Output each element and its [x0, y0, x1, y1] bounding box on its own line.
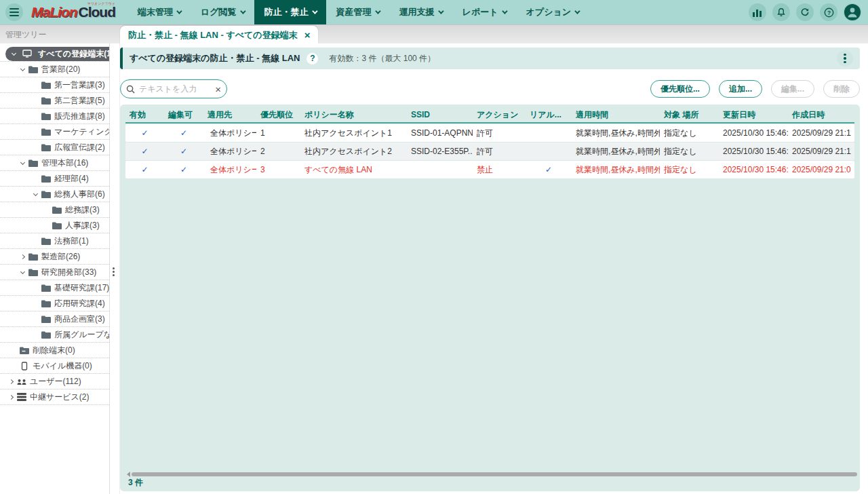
tree-item-general-affairs-hr[interactable]: 総務人事部(6): [0, 187, 109, 202]
tree-item-legal[interactable]: 法務部(1): [0, 233, 109, 249]
tree-item-sales2[interactable]: 第二営業課(5): [0, 93, 109, 109]
tree-item-deleted-devices[interactable]: 削除端末(0): [0, 343, 109, 358]
editable-check-icon: ✓: [164, 147, 203, 156]
col-target[interactable]: 適用先: [203, 109, 256, 121]
add-button[interactable]: 追加...: [719, 80, 762, 98]
folder-icon: [41, 97, 52, 104]
tree-item-hr[interactable]: 人事課(3): [0, 218, 109, 233]
menu-log-view[interactable]: ログ閲覧: [191, 0, 254, 24]
tree-item-product-planning[interactable]: 商品企画室(3): [0, 311, 109, 327]
menu-report[interactable]: レポート: [452, 0, 516, 24]
tree-item-accounting[interactable]: 経理部(4): [0, 171, 109, 187]
scrollbar-thumb[interactable]: [132, 472, 857, 476]
tab-close-icon[interactable]: ×: [304, 30, 311, 40]
tree-item-basic-research[interactable]: 基礎研究課(17): [0, 280, 109, 296]
page-help-icon[interactable]: ?: [307, 53, 318, 64]
folder-icon: [41, 128, 52, 136]
chevron-down-icon: [312, 8, 317, 14]
table-row[interactable]: ✓ ✓ 全体ポリシー 3 すべての無線 LAN 禁止 ✓ 就業時間,昼休み,時間…: [125, 161, 854, 178]
tab-prevention-wlan[interactable]: 防止・禁止 - 無線 LAN - すべての登録端末 ×: [120, 26, 318, 44]
action-buttons: 優先順位... 追加... 編集... 削除: [650, 80, 860, 98]
logo-cloud: Cloud: [79, 4, 115, 20]
chevron-down-icon[interactable]: [30, 193, 41, 195]
folder-icon: [41, 144, 52, 151]
menu-options[interactable]: オプション: [516, 0, 589, 24]
top-bar: MaLion Cloud マリオンクラウド 端末管理 ログ閲覧 防止・禁止 資産…: [0, 0, 868, 24]
tree-item-users[interactable]: ユーザー(112): [0, 374, 109, 390]
tree-item-all-devices[interactable]: すべての登録端末(114): [0, 46, 109, 62]
tree-item-sales-dept[interactable]: 営業部(20): [0, 62, 109, 77]
col-priority[interactable]: 優先順位: [256, 109, 300, 121]
col-apply-time[interactable]: 適用時間: [572, 109, 660, 121]
sidebar-resize-handle-icon[interactable]: [113, 267, 115, 276]
menu-terminal-mgmt[interactable]: 端末管理: [127, 0, 191, 24]
top-right-icons: ?: [749, 3, 861, 21]
tree-item-relay-service[interactable]: 中継サービス(2): [0, 390, 109, 405]
tree-item-manufacturing[interactable]: 製造部(26): [0, 249, 109, 265]
chevron-down-icon: [438, 8, 443, 14]
table-row[interactable]: ✓ ✓ 全体ポリシー 1 社内アクセスポイント1 SSID-01-AQPNN..…: [125, 124, 854, 142]
search-box[interactable]: ×: [120, 79, 227, 98]
editable-check-icon: ✓: [164, 128, 203, 138]
realtime-check-icon: ✓: [526, 165, 572, 174]
chevron-down-icon[interactable]: [17, 162, 28, 164]
tree-item-no-group[interactable]: 所属グループなし(19): [0, 327, 109, 343]
tree-item-marketing[interactable]: マーケティング課(2): [0, 124, 109, 140]
chevron-down-icon: [574, 8, 580, 14]
logo-malion: MaLion: [31, 4, 77, 20]
svg-text:?: ?: [827, 9, 830, 16]
clear-search-icon[interactable]: ×: [215, 84, 221, 94]
menu-prevention[interactable]: 防止・禁止: [254, 0, 326, 24]
tree-item-sales1[interactable]: 第一営業課(3): [0, 77, 109, 93]
user-account-icon[interactable]: [844, 3, 861, 21]
chevron-down-icon[interactable]: [17, 69, 28, 71]
col-editable[interactable]: 編集可: [164, 109, 203, 121]
refresh-icon[interactable]: [796, 3, 814, 21]
tree-item-mobile-devices[interactable]: モバイル機器(0): [0, 358, 109, 374]
chevron-right-icon[interactable]: [17, 255, 28, 259]
help-icon[interactable]: ?: [820, 3, 837, 21]
hamburger-menu-icon[interactable]: [5, 3, 23, 21]
search-input[interactable]: [139, 84, 211, 94]
col-enabled[interactable]: 有効: [125, 109, 164, 121]
col-updated[interactable]: 更新日時: [719, 109, 788, 121]
app-logo: MaLion Cloud マリオンクラウド: [31, 4, 115, 20]
tab-label: 防止・禁止 - 無線 LAN - すべての登録端末: [128, 29, 298, 41]
tree-item-general-affairs[interactable]: 総務課(3): [0, 202, 109, 218]
chevron-down-icon[interactable]: [8, 53, 19, 55]
tree-item-rnd[interactable]: 研究開発部(33): [0, 265, 109, 280]
menu-asset-mgmt[interactable]: 資産管理: [326, 0, 389, 24]
tree-item-pr[interactable]: 広報宣伝課(2): [0, 140, 109, 155]
chevron-right-icon[interactable]: [5, 380, 16, 383]
table-row[interactable]: ✓ ✓ 全体ポリシー 2 社内アクセスポイント2 SSID-02-E355P..…: [125, 142, 854, 160]
edit-button[interactable]: 編集...: [771, 80, 814, 98]
enabled-count-text: 有効数：3 件（最大 100 件）: [329, 53, 435, 64]
menu-operation-support[interactable]: 運用支援: [389, 0, 452, 24]
header-kebab-menu-icon[interactable]: [837, 50, 853, 66]
tree-item-sales-promo[interactable]: 販売推進課(8): [0, 109, 109, 124]
col-created[interactable]: 作成日時: [788, 109, 851, 121]
horizontal-scrollbar[interactable]: [127, 472, 857, 476]
col-action[interactable]: アクション: [473, 109, 526, 121]
tree-item-admin-hq[interactable]: 管理本部(16): [0, 155, 109, 171]
policy-table-panel: 有効 編集可 適用先 優先順位 ポリシー名称 SSID アクション リアル...…: [120, 104, 860, 491]
folder-icon: [41, 175, 52, 183]
server-icon: [16, 393, 27, 401]
scroll-left-arrow-icon[interactable]: [127, 472, 130, 477]
col-target-place[interactable]: 対象 場所: [660, 109, 719, 121]
stats-icon[interactable]: [749, 3, 766, 21]
priority-button[interactable]: 優先順位...: [650, 80, 710, 98]
col-ssid[interactable]: SSID: [407, 110, 473, 119]
tree-item-applied-research[interactable]: 応用研究課(4): [0, 296, 109, 311]
col-policy-name[interactable]: ポリシー名称: [300, 109, 407, 121]
notifications-bell-icon[interactable]: [772, 3, 790, 21]
search-icon: [126, 85, 135, 94]
management-tree-sidebar: すべての登録端末(114) 営業部(20) 第一営業課(3) 第二営業課(5) …: [0, 43, 110, 494]
folder-icon: [28, 66, 39, 73]
chevron-down-icon[interactable]: [17, 271, 28, 273]
editable-check-icon: ✓: [164, 165, 203, 174]
delete-button[interactable]: 削除: [823, 80, 860, 98]
sidebar-resize-gutter: [111, 43, 120, 494]
col-realtime[interactable]: リアル...: [526, 109, 572, 121]
chevron-right-icon[interactable]: [5, 396, 16, 399]
